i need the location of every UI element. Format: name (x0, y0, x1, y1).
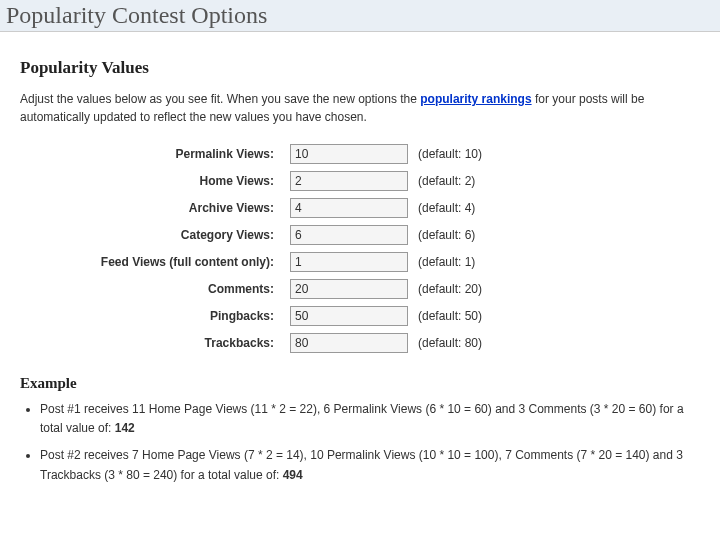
example-list: Post #1 receives 11 Home Page Views (11 … (40, 400, 700, 485)
list-item: Post #1 receives 11 Home Page Views (11 … (40, 400, 700, 438)
permalink-views-input[interactable] (290, 144, 408, 164)
row-home-views: Home Views: (default: 2) (20, 171, 700, 191)
row-trackbacks: Trackbacks: (default: 80) (20, 333, 700, 353)
home-views-default: (default: 2) (418, 174, 475, 188)
row-feed-views: Feed Views (full content only): (default… (20, 252, 700, 272)
archive-views-label: Archive Views: (20, 201, 290, 215)
trackbacks-label: Trackbacks: (20, 336, 290, 350)
comments-label: Comments: (20, 282, 290, 296)
example-1-total: 142 (115, 421, 135, 435)
example-1-text: Post #1 receives 11 Home Page Views (11 … (40, 402, 684, 435)
pingbacks-default: (default: 50) (418, 309, 482, 323)
category-views-label: Category Views: (20, 228, 290, 242)
pingbacks-label: Pingbacks: (20, 309, 290, 323)
row-comments: Comments: (default: 20) (20, 279, 700, 299)
permalink-views-label: Permalink Views: (20, 147, 290, 161)
example-2-total: 494 (283, 468, 303, 482)
row-pingbacks: Pingbacks: (default: 50) (20, 306, 700, 326)
page-title: Popularity Contest Options (0, 0, 720, 32)
pingbacks-input[interactable] (290, 306, 408, 326)
row-permalink-views: Permalink Views: (default: 10) (20, 144, 700, 164)
home-views-input[interactable] (290, 171, 408, 191)
section-heading: Popularity Values (20, 58, 700, 78)
example-2-text: Post #2 receives 7 Home Page Views (7 * … (40, 448, 683, 481)
content-area: Popularity Values Adjust the values belo… (0, 32, 720, 513)
home-views-label: Home Views: (20, 174, 290, 188)
example-heading: Example (20, 375, 700, 392)
feed-views-label: Feed Views (full content only): (20, 255, 290, 269)
row-archive-views: Archive Views: (default: 4) (20, 198, 700, 218)
feed-views-input[interactable] (290, 252, 408, 272)
trackbacks-input[interactable] (290, 333, 408, 353)
comments-input[interactable] (290, 279, 408, 299)
trackbacks-default: (default: 80) (418, 336, 482, 350)
archive-views-default: (default: 4) (418, 201, 475, 215)
category-views-input[interactable] (290, 225, 408, 245)
list-item: Post #2 receives 7 Home Page Views (7 * … (40, 446, 700, 484)
intro-pre: Adjust the values below as you see fit. … (20, 92, 420, 106)
permalink-views-default: (default: 10) (418, 147, 482, 161)
row-category-views: Category Views: (default: 6) (20, 225, 700, 245)
comments-default: (default: 20) (418, 282, 482, 296)
archive-views-input[interactable] (290, 198, 408, 218)
intro-text: Adjust the values below as you see fit. … (20, 90, 700, 126)
popularity-rankings-link[interactable]: popularity rankings (420, 92, 531, 106)
category-views-default: (default: 6) (418, 228, 475, 242)
feed-views-default: (default: 1) (418, 255, 475, 269)
